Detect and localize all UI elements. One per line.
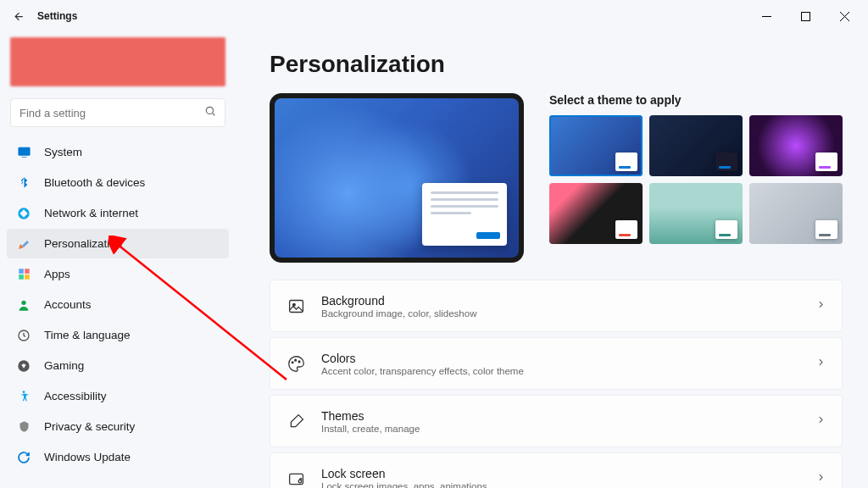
svg-rect-6 xyxy=(19,274,24,280)
system-icon xyxy=(15,144,32,161)
search-input[interactable] xyxy=(19,107,204,119)
svg-rect-5 xyxy=(25,269,30,274)
svg-point-15 xyxy=(294,359,296,361)
svg-point-8 xyxy=(21,300,25,304)
setting-title: Themes xyxy=(321,409,815,423)
bluetooth-icon xyxy=(15,175,32,191)
theme-tile-1[interactable] xyxy=(549,115,643,176)
time-icon xyxy=(15,327,32,344)
sidebar-item-time[interactable]: Time & language xyxy=(7,320,229,350)
sidebar-item-gaming[interactable]: Gaming xyxy=(7,351,229,380)
app-title: Settings xyxy=(37,10,77,22)
gaming-icon xyxy=(15,358,32,374)
sidebar: System Bluetooth & devices Network & int… xyxy=(0,32,236,488)
chevron-right-icon xyxy=(815,471,826,486)
theme-tile-4[interactable] xyxy=(549,183,643,244)
svg-rect-2 xyxy=(18,147,30,156)
setting-themes[interactable]: Themes Install, create, manage xyxy=(270,395,843,447)
theme-heading: Select a theme to apply xyxy=(549,93,843,107)
svg-point-1 xyxy=(206,107,213,114)
search-box[interactable] xyxy=(10,98,225,127)
sidebar-item-label: Network & internet xyxy=(44,207,138,219)
lock-icon xyxy=(286,469,306,488)
preview-dialog xyxy=(422,183,507,246)
network-icon xyxy=(15,205,32,222)
sidebar-item-label: Time & language xyxy=(44,329,131,341)
sidebar-item-label: Bluetooth & devices xyxy=(44,176,145,189)
theme-tile-3[interactable] xyxy=(749,115,843,176)
theme-tile-5[interactable] xyxy=(649,183,743,244)
brush-icon xyxy=(286,411,306,431)
maximize-icon xyxy=(801,12,810,21)
theme-grid xyxy=(549,115,843,244)
setting-sub: Accent color, transparency effects, colo… xyxy=(321,366,815,376)
sidebar-item-label: Accounts xyxy=(44,298,92,311)
account-card[interactable] xyxy=(10,37,225,86)
search-icon xyxy=(204,105,216,120)
svg-rect-4 xyxy=(19,269,24,274)
svg-rect-3 xyxy=(21,157,26,158)
setting-sub: Lock screen images, apps, animations xyxy=(321,481,815,489)
setting-sub: Install, create, manage xyxy=(321,424,815,434)
svg-rect-12 xyxy=(289,300,303,312)
chevron-right-icon xyxy=(815,298,826,313)
svg-rect-7 xyxy=(25,274,30,280)
svg-rect-0 xyxy=(801,12,810,20)
sidebar-item-system[interactable]: System xyxy=(7,137,229,167)
personalization-icon xyxy=(15,236,32,252)
close-button[interactable] xyxy=(826,3,863,29)
sidebar-item-accessibility[interactable]: Accessibility xyxy=(7,381,229,411)
privacy-icon xyxy=(15,419,32,435)
sidebar-item-privacy[interactable]: Privacy & security xyxy=(7,412,229,441)
desktop-preview xyxy=(270,93,524,263)
sidebar-item-label: Apps xyxy=(44,268,70,280)
sidebar-item-apps[interactable]: Apps xyxy=(7,259,229,289)
nav-list: System Bluetooth & devices Network & int… xyxy=(7,137,229,472)
setting-title: Colors xyxy=(321,352,815,365)
minimize-icon xyxy=(762,12,771,21)
svg-point-11 xyxy=(23,391,25,393)
setting-colors[interactable]: Colors Accent color, transparency effect… xyxy=(270,337,843,390)
minimize-button[interactable] xyxy=(748,3,785,29)
close-icon xyxy=(840,12,849,21)
sidebar-item-label: Accessibility xyxy=(44,390,107,402)
apps-icon xyxy=(15,266,32,283)
setting-background[interactable]: Background Background image, color, slid… xyxy=(270,280,843,332)
sidebar-item-accounts[interactable]: Accounts xyxy=(7,290,229,319)
theme-tile-6[interactable] xyxy=(749,183,843,244)
svg-point-16 xyxy=(298,361,300,363)
maximize-button[interactable] xyxy=(787,3,824,29)
sidebar-item-network[interactable]: Network & internet xyxy=(7,198,229,228)
page-title: Personalization xyxy=(270,51,843,78)
chevron-right-icon xyxy=(815,356,826,371)
sidebar-item-label: Personalization xyxy=(44,237,122,250)
setting-sub: Background image, color, slideshow xyxy=(321,308,815,319)
sidebar-item-bluetooth[interactable]: Bluetooth & devices xyxy=(7,168,229,197)
svg-point-18 xyxy=(298,480,302,483)
accounts-icon xyxy=(15,297,32,313)
settings-list: Background Background image, color, slid… xyxy=(270,280,843,488)
svg-point-14 xyxy=(292,361,293,363)
update-icon xyxy=(15,449,32,466)
sidebar-item-update[interactable]: Windows Update xyxy=(7,442,229,472)
main-content: Personalization Select a theme to apply xyxy=(236,32,868,488)
arrow-left-icon xyxy=(13,10,25,23)
setting-title: Lock screen xyxy=(321,467,815,480)
sidebar-item-label: Privacy & security xyxy=(44,420,135,433)
theme-tile-2[interactable] xyxy=(649,115,743,176)
sidebar-item-label: System xyxy=(44,146,82,158)
sidebar-item-label: Windows Update xyxy=(44,451,131,463)
accessibility-icon xyxy=(15,388,32,405)
setting-lockscreen[interactable]: Lock screen Lock screen images, apps, an… xyxy=(270,452,843,488)
chevron-right-icon xyxy=(815,413,826,429)
palette-icon xyxy=(286,353,306,374)
sidebar-item-label: Gaming xyxy=(44,359,84,372)
back-button[interactable] xyxy=(5,3,32,30)
image-icon xyxy=(286,296,306,316)
setting-title: Background xyxy=(321,294,815,308)
sidebar-item-personalization[interactable]: Personalization xyxy=(7,229,229,258)
